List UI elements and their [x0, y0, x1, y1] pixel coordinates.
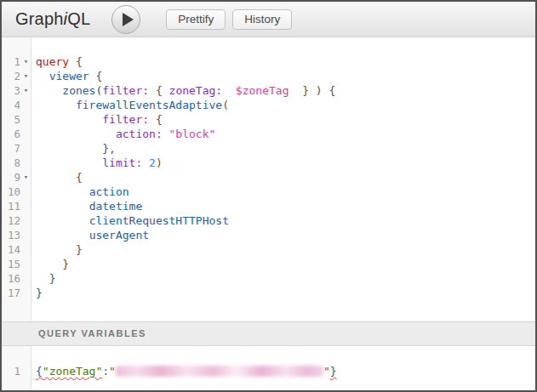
token: [36, 214, 89, 227]
gutter: 8: [2, 156, 31, 170]
token: {: [36, 365, 43, 378]
code-text: },: [31, 141, 116, 156]
fold-spacer: [20, 364, 31, 378]
code-line[interactable]: 6 action: "block": [2, 127, 535, 141]
code-line[interactable]: 16 }: [2, 271, 535, 286]
token: }: [36, 287, 43, 299]
fold-spacer: [20, 112, 31, 127]
line-number: 4: [2, 98, 20, 112]
code-text: filter: {: [31, 112, 163, 127]
line-number: 1: [2, 54, 20, 69]
execute-button[interactable]: [111, 5, 140, 34]
code-line[interactable]: 2▾ viewer {: [2, 69, 535, 83]
code-line[interactable]: 1▾query {: [2, 54, 535, 69]
code-line[interactable]: 8 limit: 2): [2, 156, 535, 170]
token: [36, 243, 76, 256]
token: [36, 272, 49, 285]
code-text: }: [31, 286, 43, 300]
fold-spacer: [20, 185, 31, 199]
token: {: [149, 113, 163, 126]
token: $zoneTag: [236, 84, 289, 97]
app-title-ql: QL: [67, 9, 90, 28]
token: [163, 128, 169, 140]
token: }: [330, 365, 337, 378]
variables-editor[interactable]: 1{"zoneTag":""}: [2, 346, 535, 390]
token: clientRequestHTTPHost: [89, 214, 229, 227]
token: [36, 128, 116, 140]
fold-toggle-icon[interactable]: ▾: [20, 170, 31, 185]
gutter: 12: [2, 213, 31, 228]
code-line[interactable]: 5 filter: {: [2, 112, 535, 127]
fold-toggle-icon[interactable]: ▾: [20, 54, 31, 69]
code-text: clientRequestHTTPHost: [31, 213, 229, 228]
prettify-button[interactable]: Prettify: [166, 9, 226, 30]
code-text: zones(filter: { zoneTag: $zoneTag } ) {: [31, 83, 335, 98]
line-number: 8: [2, 156, 20, 170]
toolbar: GraphiQL Prettify History: [2, 2, 535, 37]
token: {: [76, 171, 83, 184]
token: [36, 99, 76, 111]
code-text: viewer {: [31, 69, 102, 83]
code-text: userAgent: [31, 228, 149, 242]
fold-toggle-icon[interactable]: ▾: [20, 69, 31, 83]
token: [36, 258, 62, 270]
query-variables-title: QUERY VARIABLES: [38, 328, 146, 338]
code-text: action: "block": [31, 127, 215, 141]
code-line[interactable]: 11 datetime: [2, 199, 535, 213]
code-line[interactable]: 4 firewallEventsAdaptive(: [2, 98, 535, 112]
code-line[interactable]: 13 userAgent: [2, 228, 535, 242]
fold-toggle-icon[interactable]: ▾: [20, 83, 31, 98]
token: [36, 142, 102, 155]
token: limit:: [102, 156, 142, 169]
code-line[interactable]: 12 clientRequestHTTPHost: [2, 213, 535, 228]
code-line[interactable]: 15 }: [2, 257, 535, 271]
line-number: 15: [2, 257, 20, 271]
token: (: [222, 99, 229, 111]
line-number: 11: [2, 199, 20, 213]
token: [36, 200, 89, 213]
line-number: 14: [2, 242, 20, 257]
gutter: 1▾: [2, 54, 31, 69]
code-line[interactable]: 7 },: [2, 141, 535, 156]
token: } ) {: [302, 84, 335, 97]
code-text: query {: [31, 54, 83, 69]
token: }: [62, 258, 69, 270]
token: 2: [149, 156, 156, 169]
token: {: [149, 84, 169, 97]
line-number: 17: [2, 286, 20, 300]
gutter: 15: [2, 257, 31, 271]
token: {: [89, 70, 103, 82]
line-number: 1: [2, 364, 20, 378]
token: [36, 185, 89, 198]
app-title-graph: Graph: [15, 9, 64, 28]
code-line[interactable]: 3▾ zones(filter: { zoneTag: $zoneTag } )…: [2, 83, 535, 98]
line-number: 7: [2, 141, 20, 156]
code-line[interactable]: 9▾ {: [2, 170, 535, 185]
gutter: 11: [2, 199, 31, 213]
code-line[interactable]: 17}: [2, 286, 535, 300]
history-button[interactable]: History: [232, 9, 292, 30]
query-editor[interactable]: 1▾query {2▾ viewer {3▾ zones(filter: { z…: [2, 37, 535, 321]
fold-spacer: [20, 271, 31, 286]
token: action:: [116, 128, 163, 140]
token: {: [69, 55, 83, 68]
token: [36, 229, 89, 241]
code-line[interactable]: 10 action: [2, 185, 535, 199]
line-number: 16: [2, 271, 20, 286]
fold-spacer: [20, 156, 31, 170]
code-text: {"zoneTag":""}: [31, 364, 337, 378]
token: ": [323, 365, 330, 378]
token: "zoneTag": [43, 365, 102, 378]
token: [36, 84, 62, 97]
code-text: limit: 2): [31, 156, 163, 170]
code-line[interactable]: 1{"zoneTag":""}: [2, 364, 535, 378]
gutter: 17: [2, 286, 31, 300]
token: }: [76, 243, 83, 256]
gutter: 1: [2, 364, 31, 378]
token: userAgent: [89, 229, 149, 241]
query-variables-header[interactable]: QUERY VARIABLES: [2, 321, 535, 346]
line-number: 3: [2, 83, 20, 98]
token: query: [36, 55, 69, 68]
code-line[interactable]: 14 }: [2, 242, 535, 257]
line-number: 10: [2, 185, 20, 199]
